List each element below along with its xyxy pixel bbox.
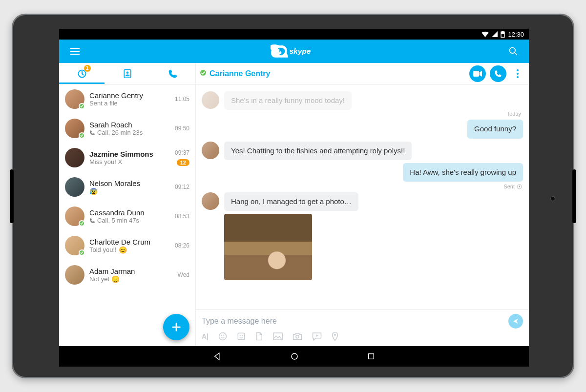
message-bubble: Good funny? [467, 120, 523, 138]
text-format-button[interactable]: A| [202, 331, 209, 341]
svg-point-9 [219, 333, 227, 340]
conversation-time: 09:37 [175, 149, 189, 156]
conversation-item[interactable]: Charlotte De Crum Told you!! 😊 08:26 [59, 231, 195, 260]
message-input[interactable] [202, 313, 503, 330]
video-call-button[interactable] [469, 65, 486, 82]
battery-icon [501, 31, 505, 38]
call-icon [89, 130, 95, 136]
message-item-faded: She's in a really funny mood today! [202, 91, 523, 110]
gallery-button[interactable] [273, 331, 283, 341]
conversation-time: 11:05 [175, 96, 189, 103]
date-separator: Today [202, 111, 523, 117]
svg-point-13 [240, 335, 241, 336]
conversation-item[interactable]: Cassandra Dunn Call, 5 min 47s 08:53 [59, 202, 195, 231]
avatar [65, 265, 84, 285]
audio-call-button[interactable] [490, 65, 506, 82]
conversation-item[interactable]: Nelson Morales 😰 09:12 [59, 172, 195, 202]
skype-logo: skype [271, 44, 317, 59]
conversation-item[interactable]: Adam Jarman Not yet 😞 Wed [59, 260, 195, 289]
tab-contacts[interactable] [105, 63, 150, 84]
presence-online-icon [79, 220, 85, 227]
cell-signal-icon [492, 31, 498, 37]
message-composer: A| [196, 309, 529, 346]
camera-button[interactable] [293, 331, 302, 341]
send-button[interactable] [508, 314, 523, 329]
chat-title-text: Carianne Gentry [209, 69, 270, 78]
photo-attachment[interactable] [224, 214, 312, 280]
message-list[interactable]: She's in a really funny mood today! Toda… [196, 84, 529, 309]
sidebar-tabs: 1 [59, 63, 195, 84]
conversation-time: 08:53 [175, 213, 189, 220]
presence-online-icon [79, 132, 85, 139]
chat-header: Carianne Gentry [196, 63, 529, 84]
avatar [65, 177, 84, 197]
more-menu-button[interactable] [510, 65, 525, 82]
clock-icon [517, 184, 522, 189]
message-bubble: She's in a really funny mood today! [224, 91, 352, 110]
presence-online-icon [200, 69, 207, 78]
message-item: Good funny? [202, 120, 523, 138]
moji-button[interactable] [237, 331, 246, 341]
wifi-icon [481, 31, 489, 37]
conversation-subtitle: Miss you! X [89, 158, 165, 165]
emoji-button[interactable] [218, 331, 227, 341]
svg-text:skype: skype [289, 47, 311, 55]
svg-point-16 [296, 335, 299, 338]
android-nav-bar [59, 346, 529, 367]
conversation-item[interactable]: Sarah Roach Call, 26 min 23s 09:50 [59, 114, 195, 143]
conversation-item[interactable]: Carianne Gentry Sent a file 11:05 [59, 84, 195, 114]
conversation-name: Carianne Gentry [89, 91, 165, 100]
video-message-button[interactable] [312, 331, 322, 341]
conversation-name: Jazmine Simmons [89, 150, 165, 158]
conversation-subtitle: Told you!! 😊 [89, 246, 165, 254]
message-bubble: Ha! Aww, she's really growing up [403, 163, 523, 182]
conversation-name: Sarah Roach [89, 121, 165, 129]
presence-online-icon [79, 103, 85, 109]
conversation-name: Charlotte De Crum [89, 238, 165, 246]
svg-point-14 [242, 335, 243, 336]
nav-home-button[interactable] [290, 352, 299, 361]
message-bubble: Hang on, I managed to get a photo… [224, 192, 358, 211]
avatar [202, 91, 219, 109]
conversation-name: Cassandra Dunn [89, 208, 165, 217]
tab-recent[interactable]: 1 [59, 63, 105, 84]
conversation-subtitle: Not yet 😞 [89, 275, 165, 283]
hamburger-menu-button[interactable] [63, 40, 86, 63]
conversation-subtitle: Sent a file [89, 100, 165, 107]
svg-point-11 [223, 335, 224, 336]
conversation-name: Nelson Morales [89, 179, 165, 187]
svg-point-17 [334, 334, 336, 336]
new-chat-fab[interactable] [163, 314, 189, 340]
location-button[interactable] [332, 331, 338, 341]
conversation-name: Adam Jarman [89, 267, 165, 275]
search-button[interactable] [502, 40, 525, 63]
tab-calls[interactable] [150, 63, 195, 84]
chat-panel: Carianne Gentry She's in a really funny … [196, 63, 529, 346]
conversation-subtitle: Call, 5 min 47s [89, 217, 165, 224]
svg-rect-19 [369, 354, 374, 359]
message-item: Hang on, I managed to get a photo… [202, 192, 523, 211]
file-button[interactable] [255, 331, 263, 341]
svg-rect-0 [502, 34, 504, 37]
nav-recents-button[interactable] [367, 352, 375, 360]
svg-point-5 [126, 71, 128, 74]
conversation-time: Wed [178, 271, 189, 278]
svg-point-2 [510, 48, 516, 54]
conversation-subtitle: 😰 [89, 187, 165, 195]
clock-text: 12:30 [508, 31, 524, 38]
avatar [202, 142, 219, 159]
conversation-list[interactable]: Carianne Gentry Sent a file 11:05 Sarah … [59, 84, 195, 346]
avatar [202, 192, 219, 210]
delivery-status: Sent [202, 184, 523, 189]
svg-rect-12 [238, 333, 245, 340]
nav-back-button[interactable] [213, 352, 222, 361]
app-bar: skype [59, 40, 529, 63]
presence-online-icon [79, 249, 85, 256]
tab-recent-badge: 1 [84, 65, 91, 72]
conversation-time: 09:12 [175, 184, 189, 190]
conversation-item[interactable]: Jazmine Simmons Miss you! X 09:37 12 [59, 143, 195, 172]
call-icon [89, 218, 95, 224]
message-item: Ha! Aww, she's really growing up [202, 163, 523, 182]
conversations-panel: 1 Carianne Gentry [59, 63, 196, 346]
svg-rect-7 [473, 71, 479, 77]
